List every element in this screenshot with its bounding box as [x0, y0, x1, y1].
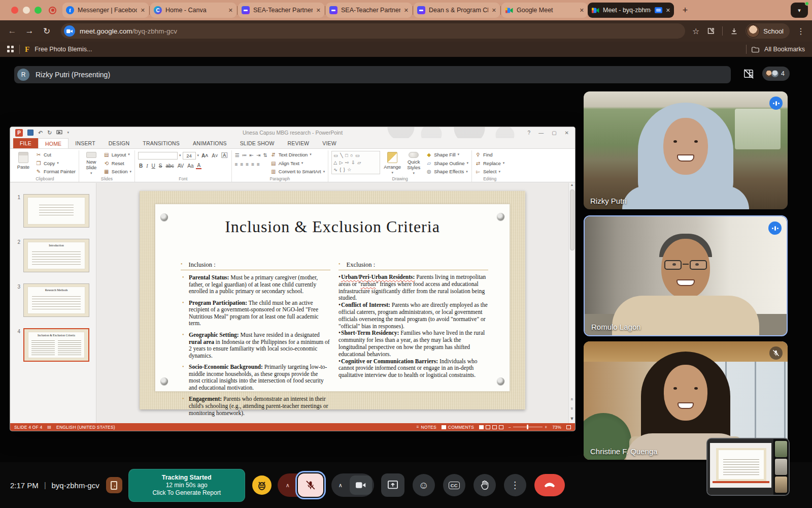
character-spacing-button[interactable]: AV	[177, 163, 185, 169]
zoom-handle[interactable]	[527, 425, 528, 429]
clear-formatting-icon[interactable]: 🄰	[221, 152, 228, 158]
raise-hand-button[interactable]	[473, 474, 496, 496]
change-case-button[interactable]: Aa	[186, 163, 194, 169]
macos-minimize-button[interactable]	[23, 7, 30, 14]
vertical-scrollbar[interactable]: ▲ « » ▼	[568, 183, 575, 423]
layout-button[interactable]: ▤Layout▾	[104, 151, 131, 158]
meeting-room-door-icon[interactable]	[106, 477, 122, 493]
bold-button[interactable]: B	[138, 163, 144, 169]
align-right-icon[interactable]: ≡	[246, 162, 249, 167]
ribbon-tab-slideshow[interactable]: SLIDE SHOW	[233, 138, 281, 148]
next-slide-icon[interactable]: »	[569, 407, 574, 412]
previous-slide-icon[interactable]: «	[569, 398, 574, 403]
forward-icon[interactable]: →	[22, 24, 37, 38]
justify-icon[interactable]: ≡	[251, 162, 254, 167]
back-icon[interactable]: ←	[5, 24, 19, 38]
captions-button[interactable]: CC	[443, 474, 465, 496]
section-button[interactable]: ▦Section▾	[104, 168, 131, 175]
camera-options-chevron-icon[interactable]: ∧	[331, 473, 350, 497]
quick-styles-button[interactable]: Quick Styles ▾	[404, 151, 423, 175]
video-tile-rizky-putri[interactable]: Rizky Putri	[584, 91, 788, 209]
grow-font-icon[interactable]: A˄	[200, 153, 209, 158]
scroll-up-icon[interactable]: ▲	[570, 183, 574, 186]
tab-close-icon[interactable]: ✕	[492, 7, 496, 14]
reset-button[interactable]: ⟲Reset	[104, 160, 131, 167]
slideshow-view-icon[interactable]	[499, 425, 503, 429]
font-color-button[interactable]: A	[196, 163, 201, 169]
mic-muted-button[interactable]	[298, 473, 323, 497]
ribbon-tab-review[interactable]: REVIEW	[281, 138, 316, 148]
present-screen-button[interactable]	[381, 473, 404, 497]
zoom-out-icon[interactable]: −	[509, 425, 511, 430]
slide-sorter-view-icon[interactable]	[486, 425, 490, 429]
reload-icon[interactable]: ↻	[40, 24, 54, 38]
notes-button[interactable]: ≡NOTES	[417, 425, 436, 430]
video-tile-romulo-lagon[interactable]: Romulo Lagon	[584, 215, 788, 336]
shape-outline-button[interactable]: ▱Shape Outline▾	[426, 160, 468, 167]
camera-on-button[interactable]	[350, 475, 372, 495]
tab-close-icon[interactable]: ✕	[404, 7, 409, 14]
decrease-indent-icon[interactable]: ⇤	[250, 152, 254, 158]
browser-profile-button[interactable]: School	[746, 23, 790, 39]
tab-sea-teacher-1[interactable]: SEA-Teacher Partner C ✕	[238, 3, 324, 18]
tracking-report-card[interactable]: Tracking Started 12 min 50s ago Click To…	[129, 469, 245, 501]
tab-close-icon[interactable]: ✕	[141, 7, 145, 14]
shadow-button[interactable]: S	[158, 163, 163, 169]
arrange-button[interactable]: Arrange ▾	[383, 151, 401, 175]
numbering-icon[interactable]: ≔	[242, 152, 247, 158]
zoom-slider[interactable]: − +	[509, 425, 547, 430]
strikethrough-button[interactable]: abc	[165, 163, 175, 169]
tab-deans-program[interactable]: Dean s & Program Chai ✕	[414, 3, 500, 18]
ribbon-tab-animations[interactable]: ANIMATIONS	[186, 138, 233, 148]
zoom-track[interactable]	[513, 427, 543, 427]
find-button[interactable]: ⚲Find	[475, 151, 504, 158]
copy-button[interactable]: ❐Copy▾	[36, 160, 76, 167]
font-name-input[interactable]	[138, 152, 178, 160]
tab-canva[interactable]: C Home - Canva ✕	[150, 3, 236, 18]
tab-close-icon[interactable]: ✕	[316, 7, 321, 14]
italic-button[interactable]: I	[145, 163, 149, 169]
apps-grid-icon[interactable]	[7, 46, 14, 53]
reactions-button[interactable]: ☺	[413, 474, 435, 496]
underline-button[interactable]: U	[151, 163, 156, 169]
shape-fill-button[interactable]: ◆Shape Fill▾	[426, 151, 468, 158]
zoom-in-icon[interactable]: +	[545, 425, 547, 430]
address-bar[interactable]: meet.google.com/byq-zbhm-gcv	[61, 23, 685, 39]
columns-icon[interactable]: ≡	[257, 162, 260, 167]
align-text-button[interactable]: ▤Align Text▾	[270, 160, 325, 167]
replace-button[interactable]: ⇄Replace▾	[475, 160, 504, 167]
more-options-button[interactable]: ⋮	[504, 474, 526, 496]
cut-button[interactable]: ✂Cut	[36, 151, 76, 158]
browser-menu-kebab-icon[interactable]: ⋮	[797, 26, 805, 36]
ribbon-tab-transitions[interactable]: TRANSITIONS	[136, 138, 186, 148]
macos-zoom-button[interactable]	[35, 7, 42, 14]
ribbon-tab-insert[interactable]: INSERT	[69, 138, 102, 148]
reading-view-icon[interactable]	[492, 425, 497, 429]
increase-indent-icon[interactable]: ⇥	[256, 152, 260, 158]
all-bookmarks-button[interactable]: All Bookmarks	[764, 46, 805, 53]
zoom-level[interactable]: 73%	[552, 425, 561, 430]
tab-search-button[interactable]: ▾	[791, 3, 808, 18]
comments-button[interactable]: COMMENTS	[442, 425, 474, 430]
shrink-font-icon[interactable]: A˅	[211, 153, 219, 158]
paste-button[interactable]: Paste	[14, 151, 32, 175]
tab-messenger[interactable]: f Messenger | Facebook ✕	[62, 3, 149, 18]
align-center-icon[interactable]: ≡	[240, 162, 243, 167]
shape-effects-button[interactable]: ◍Shape Effects▾	[426, 168, 468, 175]
tab-google-meet[interactable]: Google Meet ✕	[501, 3, 588, 18]
tab-close-icon[interactable]: ✕	[580, 7, 584, 14]
normal-view-icon[interactable]	[479, 425, 484, 429]
text-direction-button[interactable]: ⇵Text Direction▾	[270, 151, 325, 158]
ribbon-tab-home[interactable]: HOME	[38, 138, 69, 148]
ribbon-tab-design[interactable]: DESIGN	[102, 138, 136, 148]
ribbon-tab-file[interactable]: FILE	[13, 138, 38, 148]
new-slide-button[interactable]: New Slide ▾	[82, 151, 100, 175]
format-painter-button[interactable]: ✎Format Painter	[36, 168, 76, 175]
ribbon-tab-view[interactable]: VIEW	[316, 138, 343, 148]
tab-sea-teacher-2[interactable]: SEA-Teacher Partner C ✕	[326, 3, 412, 18]
shapes-gallery[interactable]: ▭ ╲ □ ○ ▭ △ ▷ ⇨ ⇩ ▱ ∿ { } ☆	[331, 151, 380, 174]
mic-options-chevron-icon[interactable]: ∧	[278, 473, 298, 497]
download-icon[interactable]	[730, 27, 738, 36]
bookmark-item[interactable]: Free Photo Blemis...	[35, 46, 92, 53]
scrollbar-thumb[interactable]	[570, 189, 574, 250]
